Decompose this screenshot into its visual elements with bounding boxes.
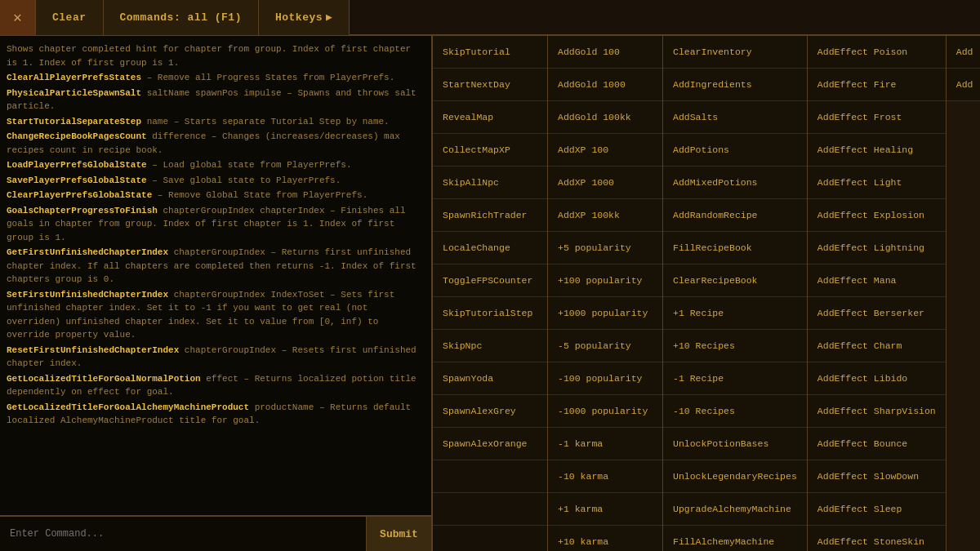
command-button[interactable]: AddEffect Charm <box>808 330 946 362</box>
command-button[interactable]: SpawnAlexOrange <box>433 428 547 460</box>
command-button[interactable]: AddRandomRecipe <box>663 199 807 232</box>
button-grid: SkipTutorialStartNextDayRevealMapCollect… <box>433 36 980 551</box>
command-button[interactable]: AddIngredients <box>663 69 807 101</box>
command-button[interactable]: AddEffect Fire <box>808 69 946 101</box>
command-button[interactable]: AddEffect StoneSkin <box>808 526 946 551</box>
command-button[interactable]: SpawnRichTrader <box>433 199 547 232</box>
close-button[interactable]: ✕ <box>0 0 36 35</box>
command-button[interactable]: AddEffect Poison <box>808 36 946 69</box>
command-button[interactable]: RevealMap <box>433 101 547 134</box>
main-content: Shows chapter completed hint for chapter… <box>0 36 980 551</box>
command-button[interactable]: SkipNpc <box>433 330 547 362</box>
console-input-bar: Submit <box>0 515 431 551</box>
app-container: ✕ Clear Commands: all (F1) Hotkeys ▶ Sho… <box>0 0 980 551</box>
command-button[interactable]: AddXP 1000 <box>548 167 662 199</box>
command-button[interactable]: AddEffect Healing <box>808 134 946 167</box>
console-line: ClearPlayerPrefsGlobalState – Remove Glo… <box>7 189 425 202</box>
command-button[interactable] <box>433 460 547 493</box>
command-button[interactable]: ClearRecipeBook <box>663 264 807 297</box>
console-line: StartTutorialSeparateStep name – Starts … <box>7 115 425 129</box>
command-button[interactable]: AddEffect Light <box>808 167 946 199</box>
command-button[interactable]: AddEffect Frost <box>808 101 946 134</box>
command-button[interactable]: AddEffect Libido <box>808 362 946 395</box>
command-button[interactable]: AddEffect Bounce <box>808 428 946 460</box>
command-button[interactable]: CollectMapXP <box>433 134 547 167</box>
command-button[interactable]: FillAlchemyMachine <box>663 526 807 551</box>
command-button[interactable]: AddEffect Explosion <box>808 199 946 232</box>
console-line: GetFirstUnfinishedChapterIndex chapterGr… <box>7 246 425 287</box>
command-button[interactable]: AddGold 100kk <box>548 101 662 134</box>
command-button[interactable]: UpgradeAlchemyMachine <box>663 493 807 526</box>
command-button[interactable] <box>433 493 547 526</box>
hotkeys-arrow-icon: ▶ <box>326 11 332 24</box>
command-button[interactable]: FillRecipeBook <box>663 232 807 264</box>
command-button[interactable]: +5 popularity <box>548 232 662 264</box>
command-button[interactable]: +100 popularity <box>548 264 662 297</box>
command-button[interactable]: Add <box>947 69 980 101</box>
command-button[interactable]: +10 karma <box>548 526 662 551</box>
command-button[interactable]: +1 karma <box>548 493 662 526</box>
command-button[interactable]: -10 Recipes <box>663 395 807 428</box>
command-button[interactable]: AddEffect Sleep <box>808 493 946 526</box>
console-line: LoadPlayerPrefsGlobalState – Load global… <box>7 158 425 172</box>
command-button[interactable]: AddXP 100 <box>548 134 662 167</box>
command-button[interactable]: SkipTutorial <box>433 36 547 69</box>
command-button[interactable]: AddEffect SlowDown <box>808 460 946 493</box>
submit-button[interactable]: Submit <box>366 517 431 551</box>
command-button[interactable]: AddEffect Berserker <box>808 297 946 330</box>
command-button[interactable]: Add <box>947 36 980 69</box>
command-button[interactable]: +10 Recipes <box>663 330 807 362</box>
console-line: ResetFirstUnfinishedChapterIndex chapter… <box>7 344 425 371</box>
command-button[interactable]: AddGold 100 <box>548 36 662 69</box>
console-line: Shows chapter completed hint for chapter… <box>7 42 425 69</box>
command-button[interactable]: AddGold 1000 <box>548 69 662 101</box>
button-column-col1: SkipTutorialStartNextDayRevealMapCollect… <box>433 36 548 551</box>
console-line: GoalsChapterProgressToFinish chapterGrou… <box>7 204 425 245</box>
console-line: GetLocalizedTitleForGoalAlchemyMachinePr… <box>7 401 425 428</box>
console-line: ChangeRecipeBookPagesCount difference – … <box>7 130 425 157</box>
command-button[interactable]: UnlockPotionBases <box>663 428 807 460</box>
command-button[interactable]: AddEffect Mana <box>808 264 946 297</box>
command-button[interactable]: ClearInventory <box>663 36 807 69</box>
commands-button[interactable]: Commands: all (F1) <box>104 0 259 35</box>
command-button[interactable]: AddXP 100kk <box>548 199 662 232</box>
command-button[interactable]: -100 popularity <box>548 362 662 395</box>
command-button[interactable]: -1000 popularity <box>548 395 662 428</box>
command-button[interactable]: StartNextDay <box>433 69 547 101</box>
close-icon: ✕ <box>13 8 22 26</box>
hotkeys-label: Hotkeys <box>275 11 323 24</box>
command-input[interactable] <box>0 517 366 551</box>
console-line: SetFirstUnfinishedChapterIndex chapterGr… <box>7 288 425 342</box>
command-button[interactable]: LocaleChange <box>433 232 547 264</box>
buttons-panel[interactable]: SkipTutorialStartNextDayRevealMapCollect… <box>433 36 980 551</box>
command-button[interactable]: UnlockLegendaryRecipes <box>663 460 807 493</box>
command-button[interactable]: ToggleFPSCounter <box>433 264 547 297</box>
button-column-col2: AddGold 100AddGold 1000AddGold 100kkAddX… <box>548 36 663 551</box>
hotkeys-button[interactable]: Hotkeys ▶ <box>259 0 350 35</box>
console-line: GetLocalizedTitleForGoalNormalPotion eff… <box>7 372 425 399</box>
console-line: ClearAllPlayerPrefsStates – Remove all P… <box>7 71 425 85</box>
console-line: SavePlayerPrefsGlobalState – Save global… <box>7 174 425 188</box>
command-button[interactable]: -1 karma <box>548 428 662 460</box>
command-button[interactable] <box>433 526 547 551</box>
command-button[interactable]: SpawnYoda <box>433 362 547 395</box>
command-button[interactable]: AddMixedPotions <box>663 167 807 199</box>
top-bar: ✕ Clear Commands: all (F1) Hotkeys ▶ <box>0 0 980 36</box>
clear-button[interactable]: Clear <box>36 0 104 35</box>
button-column-col5: AddAdd <box>947 36 980 551</box>
command-button[interactable]: SkipTutorialStep <box>433 297 547 330</box>
command-button[interactable]: -1 Recipe <box>663 362 807 395</box>
command-button[interactable]: -5 popularity <box>548 330 662 362</box>
command-button[interactable]: AddEffect SharpVision <box>808 395 946 428</box>
command-button[interactable]: AddSalts <box>663 101 807 134</box>
command-button[interactable]: +1000 popularity <box>548 297 662 330</box>
command-button[interactable]: SpawnAlexGrey <box>433 395 547 428</box>
command-button[interactable]: SkipAllNpc <box>433 167 547 199</box>
command-button[interactable]: AddPotions <box>663 134 807 167</box>
command-button[interactable]: -10 karma <box>548 460 662 493</box>
command-button[interactable]: AddEffect Lightning <box>808 232 946 264</box>
command-button[interactable]: +1 Recipe <box>663 297 807 330</box>
console-output[interactable]: Shows chapter completed hint for chapter… <box>0 36 431 515</box>
button-column-col3: ClearInventoryAddIngredientsAddSaltsAddP… <box>663 36 808 551</box>
console-line: PhysicalParticleSpawnSalt saltName spawn… <box>7 87 425 113</box>
